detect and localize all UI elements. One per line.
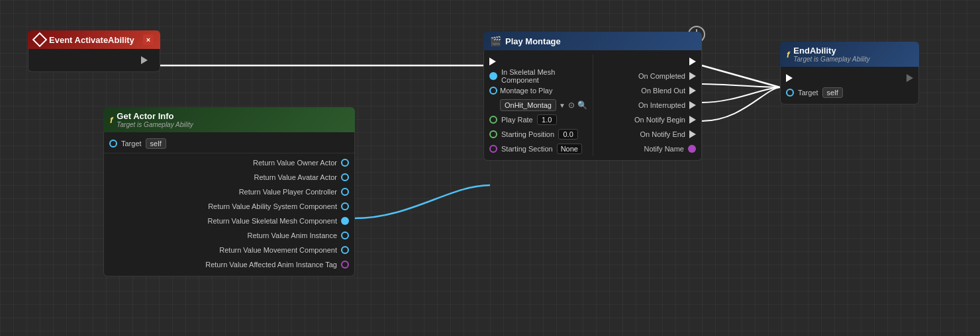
montage-search-icon[interactable]: 🔍 — [577, 101, 587, 110]
on-blend-out-label: On Blend Out — [641, 87, 685, 95]
player-controller-output-dot[interactable] — [341, 188, 349, 196]
on-interrupted-arrow[interactable] — [689, 101, 696, 109]
owner-actor-output-dot[interactable] — [341, 159, 349, 167]
end-ability-exec-row — [781, 71, 918, 85]
montage-to-play-pin[interactable]: Montage to Play — [484, 83, 593, 98]
event-node-header: Event ActivateAbility × — [28, 30, 160, 49]
starting-section-pin[interactable]: Starting Section None — [484, 142, 593, 156]
exec-in-arrow — [489, 58, 496, 65]
output-player-controller-label: Return Value Player Controller — [239, 188, 337, 196]
output-player-controller-pin[interactable]: Return Value Player Controller — [104, 185, 354, 199]
output-anim-instance-pin[interactable]: Return Value Anim Instance — [104, 228, 354, 243]
anim-instance-output-dot[interactable] — [341, 231, 349, 239]
target-input-pin[interactable] — [109, 140, 117, 147]
on-notify-begin-arrow[interactable] — [689, 116, 696, 124]
end-ability-exec-out[interactable] — [906, 74, 913, 82]
output-affected-anim-label: Return Value Affected Anim Instance Tag — [205, 261, 337, 269]
play-montage-inputs: In Skeletal Mesh Component Montage to Pl… — [484, 54, 593, 156]
on-blend-out-arrow[interactable] — [689, 87, 696, 95]
starting-position-value[interactable]: 0.0 — [558, 129, 578, 140]
on-interrupted-label: On Interrupted — [638, 101, 685, 109]
output-movement-component-pin[interactable]: Return Value Movement Component — [104, 243, 354, 257]
play-montage-header: 🎬 Play Montage — [483, 32, 702, 50]
montage-browse-icon[interactable]: ⊙ — [568, 101, 575, 110]
get-actor-header: f Get Actor Info Target is Gameplay Abil… — [103, 107, 355, 132]
skeletal-mesh-in-pin[interactable]: In Skeletal Mesh Component — [484, 69, 593, 83]
starting-position-pin[interactable]: Starting Position 0.0 — [484, 127, 593, 142]
play-rate-dot[interactable] — [489, 116, 497, 124]
on-completed-label: On Completed — [638, 72, 685, 80]
play-rate-pin[interactable]: Play Rate 1.0 — [484, 112, 593, 127]
output-movement-component-label: Return Value Movement Component — [219, 246, 337, 254]
montage-dropdown[interactable]: OnHit_Montag ▼ ⊙ 🔍 — [500, 99, 587, 111]
starting-section-dot[interactable] — [489, 145, 497, 153]
notify-name-pin[interactable]: Notify Name — [593, 142, 701, 156]
end-ability-subtitle: Target is Gameplay Ability — [793, 56, 869, 63]
event-diamond-icon — [32, 32, 48, 48]
target-pin-row: Target self — [104, 136, 354, 151]
play-rate-label: Play Rate — [501, 116, 533, 124]
target-self-badge: self — [146, 138, 166, 149]
on-completed-pin[interactable]: On Completed — [593, 69, 701, 83]
get-actor-info-node: f Get Actor Info Target is Gameplay Abil… — [103, 107, 355, 276]
on-notify-begin-pin[interactable]: On Notify Begin — [593, 112, 701, 127]
play-montage-body: In Skeletal Mesh Component Montage to Pl… — [483, 50, 702, 161]
exec-out-pin-row[interactable] — [593, 54, 701, 69]
exec-in-pin-row[interactable] — [484, 54, 593, 69]
on-interrupted-pin[interactable]: On Interrupted — [593, 98, 701, 112]
output-skeletal-mesh-label: Return Value Skeletal Mesh Component — [208, 217, 337, 225]
ability-system-output-dot[interactable] — [341, 202, 349, 210]
output-avatar-actor-pin[interactable]: Return Value Avatar Actor — [104, 170, 354, 185]
on-notify-end-arrow[interactable] — [689, 130, 696, 138]
notify-name-label: Notify Name — [644, 145, 684, 153]
event-delete-button[interactable]: × — [143, 34, 154, 45]
montage-in-dot[interactable] — [489, 87, 497, 95]
skeletal-mesh-in-label: In Skeletal Mesh Component — [501, 68, 587, 84]
movement-component-output-dot[interactable] — [341, 246, 349, 254]
output-owner-actor-label: Return Value Owner Actor — [253, 159, 337, 167]
event-node-body — [28, 49, 160, 72]
montage-dropdown-row[interactable]: OnHit_Montag ▼ ⊙ 🔍 — [484, 98, 593, 112]
on-notify-end-pin[interactable]: On Notify End — [593, 127, 701, 142]
end-ability-target-dot[interactable] — [786, 89, 794, 97]
target-label: Target — [121, 140, 142, 147]
montage-label: Montage to Play — [500, 87, 553, 95]
get-actor-title: Get Actor Info — [117, 111, 193, 121]
starting-position-label: Starting Position — [501, 130, 554, 138]
end-ability-self-badge: self — [822, 87, 843, 98]
film-icon: 🎬 — [490, 36, 501, 46]
skeletal-mesh-in-dot[interactable] — [489, 72, 497, 80]
exec-out-arrow — [689, 58, 696, 65]
on-completed-arrow[interactable] — [689, 72, 696, 80]
affected-anim-output-dot[interactable] — [341, 261, 349, 269]
starting-section-value[interactable]: None — [557, 144, 582, 154]
end-ability-target-pin[interactable]: Target self — [781, 85, 918, 100]
notify-name-dot[interactable] — [688, 145, 696, 153]
output-ability-system-pin[interactable]: Return Value Ability System Component — [104, 199, 354, 214]
starting-section-label: Starting Section — [501, 145, 553, 153]
end-ability-node: f EndAbility Target is Gameplay Ability … — [780, 42, 919, 105]
play-rate-value[interactable]: 1.0 — [537, 114, 557, 125]
event-activate-ability-node: Event ActivateAbility × — [28, 30, 160, 72]
play-montage-title: Play Montage — [505, 36, 561, 46]
montage-dropdown-value[interactable]: OnHit_Montag — [500, 99, 556, 111]
output-owner-actor-pin[interactable]: Return Value Owner Actor — [104, 155, 354, 170]
skeletal-mesh-output-dot[interactable] — [341, 217, 349, 225]
on-blend-out-pin[interactable]: On Blend Out — [593, 83, 701, 98]
dropdown-arrow-icon[interactable]: ▼ — [559, 102, 565, 109]
output-ability-system-label: Return Value Ability System Component — [208, 202, 337, 210]
starting-position-dot[interactable] — [489, 130, 497, 138]
func-icon: f — [110, 115, 113, 125]
output-avatar-actor-label: Return Value Avatar Actor — [254, 173, 337, 181]
end-ability-header: f EndAbility Target is Gameplay Ability — [780, 42, 919, 67]
end-ability-title: EndAbility — [793, 46, 869, 56]
end-ability-target-label: Target — [798, 89, 818, 97]
get-actor-subtitle: Target is Gameplay Ability — [117, 121, 193, 128]
event-exec-out-pin[interactable] — [35, 53, 153, 67]
play-montage-node: 🎬 Play Montage In Skeletal Mesh Componen… — [483, 32, 702, 161]
avatar-actor-output-dot[interactable] — [341, 173, 349, 181]
output-affected-anim-pin[interactable]: Return Value Affected Anim Instance Tag — [104, 257, 354, 272]
end-ability-exec-in[interactable] — [786, 74, 793, 82]
get-actor-body: Target self Return Value Owner Actor Ret… — [103, 132, 355, 276]
output-skeletal-mesh-pin[interactable]: Return Value Skeletal Mesh Component — [104, 214, 354, 228]
